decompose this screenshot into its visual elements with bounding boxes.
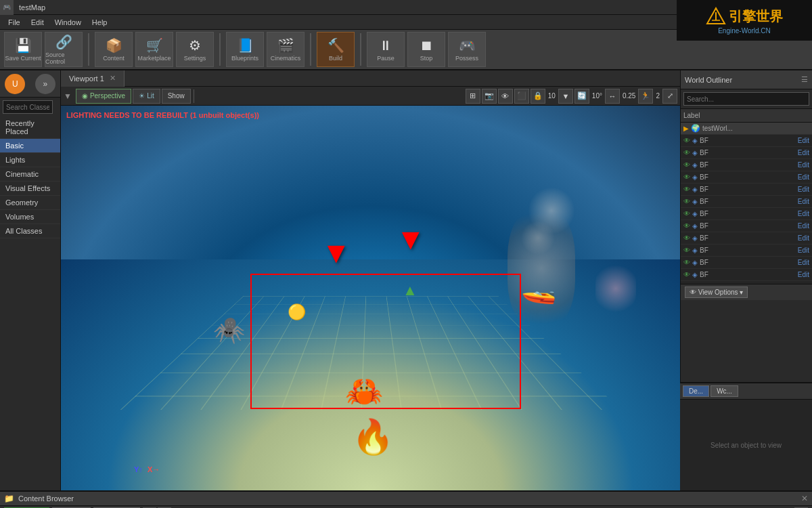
- vp-icon-3d[interactable]: ⬛: [514, 89, 529, 104]
- visibility-icon[interactable]: 👁: [683, 186, 690, 193]
- vp-cam-speed[interactable]: 🏃: [638, 89, 653, 104]
- down-arrow-1: ▼: [321, 238, 351, 268]
- possess-button[interactable]: 🎮 Possess: [448, 32, 486, 67]
- vp-icon-view[interactable]: 👁: [498, 89, 513, 104]
- save-current-button[interactable]: 💾 Save Current: [4, 32, 42, 67]
- lit-btn[interactable]: ☀ Lit: [133, 89, 160, 104]
- marketplace-button[interactable]: 🛒 Marketplace: [135, 32, 173, 67]
- edit-link[interactable]: Edit: [798, 149, 809, 156]
- list-item[interactable]: 👁 ◈ BF Edit: [681, 135, 812, 147]
- app-icon: 🎮: [0, 0, 14, 15]
- viewport-panel: Viewport 1 ✕ ▼ ◉ Perspective ☀ Lit Show …: [61, 70, 680, 490]
- vp-move[interactable]: ↔: [605, 89, 620, 104]
- category-cinematic[interactable]: Cinematic: [0, 167, 60, 182]
- fire-effect: 🔥: [352, 417, 394, 457]
- details-tab[interactable]: De...: [683, 385, 709, 397]
- visibility-icon[interactable]: 👁: [683, 210, 690, 217]
- content-browser: 📁 Content Browser ✕ + Add New ⬆ Import 💾…: [0, 490, 812, 508]
- visibility-icon[interactable]: 👁: [683, 161, 690, 169]
- visibility-icon[interactable]: 👁: [683, 222, 690, 230]
- settings-button[interactable]: ⚙ Settings: [176, 32, 214, 67]
- perspective-btn[interactable]: ◉ Perspective: [76, 89, 131, 104]
- edit-link[interactable]: Edit: [798, 210, 809, 217]
- list-item[interactable]: 👁 ◈ BF Edit: [681, 257, 812, 269]
- pause-button[interactable]: ⏸ Pause: [367, 32, 405, 67]
- viewport-tab-close[interactable]: ✕: [110, 74, 116, 83]
- vp-maximize[interactable]: ⤢: [662, 89, 677, 104]
- outliner-col-label: Label: [683, 112, 700, 119]
- boat-object: 🚤: [521, 272, 556, 305]
- panel-icon-1[interactable]: U: [5, 74, 25, 94]
- visibility-icon[interactable]: 👁: [683, 198, 690, 205]
- menu-edit[interactable]: Edit: [26, 15, 49, 30]
- list-item[interactable]: 👁 ◈ BF Edit: [681, 208, 812, 220]
- content-button[interactable]: 📦 Content: [95, 32, 133, 67]
- category-all-classes[interactable]: All Classes: [0, 224, 60, 238]
- edit-link[interactable]: Edit: [798, 271, 809, 278]
- content-browser-close-btn[interactable]: ✕: [801, 494, 808, 503]
- list-item[interactable]: 👁 ◈ BF Edit: [681, 245, 812, 257]
- build-button[interactable]: 🔨 Build: [317, 32, 355, 67]
- edit-link[interactable]: Edit: [798, 198, 809, 205]
- vp-icon-cam[interactable]: 📷: [482, 89, 497, 104]
- visibility-icon[interactable]: 👁: [683, 149, 690, 156]
- menu-file[interactable]: File: [3, 15, 26, 30]
- search-classes-input[interactable]: [3, 100, 53, 114]
- list-item[interactable]: 👁 ◈ BF Edit: [681, 147, 812, 159]
- visibility-icon[interactable]: 👁: [683, 247, 690, 254]
- edit-link[interactable]: Edit: [798, 259, 809, 266]
- details-placeholder: Select an object to view: [710, 442, 782, 449]
- visibility-icon[interactable]: 👁: [683, 259, 690, 266]
- viewport-1-tab[interactable]: Viewport 1 ✕: [61, 70, 125, 87]
- visibility-icon[interactable]: 👁: [683, 173, 690, 181]
- category-recently-placed[interactable]: Recently Placed: [0, 117, 60, 139]
- list-item[interactable]: 👁 ◈ BF Edit: [681, 171, 812, 184]
- list-item[interactable]: 👁 ◈ BF Edit: [681, 184, 812, 196]
- vp-angle[interactable]: 🔄: [574, 89, 589, 104]
- list-item[interactable]: 👁 ◈ BF Edit: [681, 220, 812, 232]
- world-expand-icon: ▶: [683, 125, 689, 132]
- edit-link[interactable]: Edit: [798, 137, 809, 144]
- outliner-world-item[interactable]: ▶ 🌍 testWorl...: [681, 123, 812, 135]
- edit-link[interactable]: Edit: [798, 173, 809, 181]
- viewport-canvas[interactable]: LIGHTING NEEDS TO BE REBUILT (1 unbuilt …: [61, 106, 680, 490]
- show-btn[interactable]: Show: [162, 89, 191, 104]
- list-item[interactable]: 👁 ◈ BF Edit: [681, 232, 812, 245]
- outliner-menu-btn[interactable]: ☰: [801, 75, 808, 84]
- content-browser-header: 📁 Content Browser ✕: [0, 492, 812, 506]
- edit-link[interactable]: Edit: [798, 222, 809, 230]
- stop-button[interactable]: ⏹ Stop: [407, 32, 445, 67]
- category-lights[interactable]: Lights: [0, 153, 60, 167]
- menu-window[interactable]: Window: [49, 15, 87, 30]
- search-classes-area: [0, 98, 60, 117]
- visibility-icon[interactable]: 👁: [683, 271, 690, 278]
- panel-expand-btn[interactable]: »: [35, 74, 55, 94]
- vp-icon-snap[interactable]: 🔒: [531, 89, 545, 104]
- outliner-search-input[interactable]: [683, 92, 809, 106]
- edit-link[interactable]: Edit: [798, 161, 809, 169]
- list-item[interactable]: 👁 ◈ BF Edit: [681, 159, 812, 171]
- cinematics-button[interactable]: 🎬 Cinematics: [267, 32, 304, 67]
- list-item[interactable]: 👁 ◈ BF Edit: [681, 196, 812, 208]
- list-item[interactable]: 👁 ◈ BF Edit: [681, 269, 812, 281]
- zoom-value: 0.25: [623, 92, 635, 100]
- edit-link[interactable]: Edit: [798, 186, 809, 193]
- category-volumes[interactable]: Volumes: [0, 210, 60, 224]
- viewport-tab-bar: Viewport 1 ✕: [61, 70, 680, 87]
- category-basic[interactable]: Basic: [0, 139, 60, 153]
- edit-link[interactable]: Edit: [798, 247, 809, 254]
- edit-link[interactable]: Edit: [798, 234, 809, 242]
- category-geometry[interactable]: Geometry: [0, 196, 60, 210]
- vp-grid-down[interactable]: ▼: [558, 89, 573, 104]
- blueprints-button[interactable]: 📘 Blueprints: [226, 32, 264, 67]
- viewport-dropdown-btn[interactable]: ▼: [64, 91, 72, 101]
- menu-help[interactable]: Help: [87, 15, 113, 30]
- visibility-icon[interactable]: 👁: [683, 234, 690, 242]
- world-context-tab[interactable]: Wc...: [710, 385, 738, 397]
- view-options-btn[interactable]: 👁 View Options ▾: [685, 287, 748, 298]
- category-visual-effects[interactable]: Visual Effects: [0, 182, 60, 196]
- vp-icon-grid[interactable]: ⊞: [466, 89, 480, 104]
- world-label: testWorl...: [702, 125, 809, 132]
- visibility-icon[interactable]: 👁: [683, 137, 690, 144]
- source-control-button[interactable]: 🔗 Source Control: [45, 32, 83, 67]
